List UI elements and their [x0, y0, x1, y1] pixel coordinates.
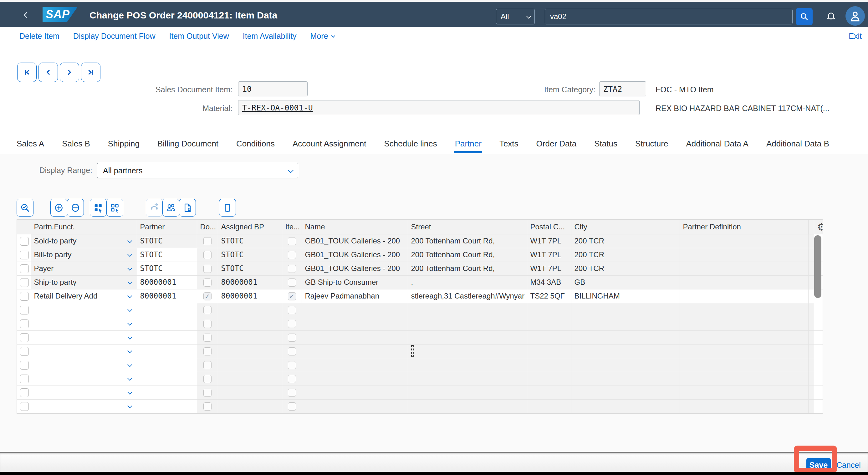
- document-address-checkbox[interactable]: [204, 375, 212, 383]
- document-address-checkbox[interactable]: [204, 237, 212, 245]
- column-header-postal[interactable]: Postal C...: [527, 220, 571, 234]
- tab-texts[interactable]: Texts: [499, 134, 519, 153]
- tab-billing-document[interactable]: Billing Document: [157, 134, 218, 153]
- document-address-checkbox[interactable]: [204, 306, 212, 314]
- action-link-item-availability[interactable]: Item Availability: [243, 32, 297, 41]
- column-header-street[interactable]: Street: [408, 220, 527, 234]
- document-address-checkbox[interactable]: [204, 251, 212, 259]
- previous-item-button[interactable]: [38, 63, 58, 82]
- partner-cell[interactable]: [137, 330, 197, 344]
- item-category-field[interactable]: ZTA2: [599, 82, 646, 96]
- table-settings-icon[interactable]: ⚙: [817, 221, 823, 232]
- item-address-checkbox[interactable]: [288, 334, 296, 342]
- more-menu-button[interactable]: More: [310, 32, 334, 41]
- action-link-item-output-view[interactable]: Item Output View: [169, 32, 229, 41]
- row-select-checkbox[interactable]: [20, 319, 29, 328]
- tab-order-data[interactable]: Order Data: [536, 134, 577, 153]
- deselect-all-button[interactable]: [106, 199, 123, 217]
- row-select-checkbox[interactable]: [20, 375, 29, 383]
- partner-function-cell[interactable]: [31, 399, 137, 413]
- column-header-name[interactable]: Name: [302, 220, 408, 234]
- chevron-down-icon[interactable]: [127, 252, 132, 257]
- item-address-checkbox[interactable]: [288, 320, 296, 328]
- partner-function-cell[interactable]: [31, 358, 137, 372]
- chevron-down-icon[interactable]: [127, 279, 132, 284]
- scrollbar-track-cell[interactable]: [814, 372, 823, 385]
- scrollbar-track-cell[interactable]: [814, 385, 823, 399]
- find-button[interactable]: [17, 199, 33, 217]
- tab-schedule-lines[interactable]: Schedule lines: [384, 134, 437, 153]
- row-select-checkbox[interactable]: [20, 292, 29, 301]
- notifications-button[interactable]: [824, 10, 838, 24]
- partner-display-button[interactable]: [162, 199, 179, 217]
- partner-function-cell[interactable]: [31, 344, 137, 358]
- shell-search-input[interactable]: [545, 9, 793, 24]
- item-address-checkbox[interactable]: [288, 237, 296, 245]
- tab-conditions[interactable]: Conditions: [236, 134, 275, 153]
- select-all-button[interactable]: [90, 199, 107, 217]
- chevron-down-icon[interactable]: [127, 376, 132, 381]
- tab-sales-a[interactable]: Sales A: [17, 134, 44, 153]
- scrollbar-track-cell[interactable]: [814, 317, 823, 330]
- item-address-checkbox[interactable]: [288, 306, 296, 314]
- tab-additional-data-a[interactable]: Additional Data A: [686, 134, 748, 153]
- document-address-checkbox[interactable]: [204, 361, 212, 369]
- column-header-funct[interactable]: Partn.Funct.: [31, 220, 137, 234]
- document-address-checkbox[interactable]: [204, 334, 212, 342]
- address-detail-button[interactable]: [179, 199, 196, 217]
- scrollbar-track-cell[interactable]: [814, 399, 823, 413]
- partner-cell[interactable]: [137, 317, 197, 330]
- partner-cell[interactable]: [137, 344, 197, 358]
- tab-sales-b[interactable]: Sales B: [62, 134, 90, 153]
- row-select-checkbox[interactable]: [20, 361, 29, 370]
- row-select-checkbox[interactable]: [20, 306, 29, 314]
- chevron-down-icon[interactable]: [127, 321, 132, 326]
- partner-cell[interactable]: [137, 358, 197, 372]
- vertical-scrollbar-thumb[interactable]: [814, 235, 822, 298]
- document-address-checkbox[interactable]: [204, 279, 212, 287]
- scrollbar-track-cell[interactable]: [814, 358, 823, 372]
- back-button[interactable]: [20, 9, 32, 21]
- partner-function-cell[interactable]: [31, 385, 137, 399]
- tab-partner[interactable]: Partner: [455, 134, 482, 153]
- search-button[interactable]: [796, 8, 813, 25]
- document-address-checkbox[interactable]: [204, 403, 212, 411]
- scrollbar-track-cell[interactable]: [814, 303, 823, 317]
- column-header-item[interactable]: Ite...: [282, 220, 302, 234]
- partner-cell[interactable]: [137, 385, 197, 399]
- first-item-button[interactable]: [17, 63, 37, 82]
- tab-additional-data-b[interactable]: Additional Data B: [766, 134, 829, 153]
- chevron-down-icon[interactable]: [127, 307, 132, 312]
- partner-function-cell[interactable]: Retail Delivery Add: [31, 289, 137, 303]
- display-range-select[interactable]: All partners: [97, 163, 298, 178]
- save-button[interactable]: Save: [806, 458, 831, 472]
- detail-view-button[interactable]: [219, 199, 236, 217]
- row-select-checkbox[interactable]: [20, 388, 29, 397]
- document-address-checkbox[interactable]: [204, 347, 212, 355]
- column-header-city[interactable]: City: [571, 220, 680, 234]
- document-address-checkbox[interactable]: [204, 265, 212, 273]
- partner-cell[interactable]: [137, 399, 197, 413]
- row-select-checkbox[interactable]: [20, 278, 29, 287]
- item-address-checkbox[interactable]: [288, 403, 296, 411]
- action-link-delete-item[interactable]: Delete Item: [20, 32, 59, 41]
- partner-function-cell[interactable]: Payer: [31, 262, 137, 275]
- chevron-down-icon[interactable]: [127, 389, 132, 394]
- search-scope-select[interactable]: All: [496, 9, 535, 24]
- row-select-checkbox[interactable]: [20, 251, 29, 259]
- chevron-down-icon[interactable]: [127, 362, 132, 367]
- exit-link[interactable]: Exit: [848, 27, 862, 45]
- column-header-doc[interactable]: Do...: [197, 220, 218, 234]
- row-select-checkbox[interactable]: [20, 347, 29, 356]
- next-item-button[interactable]: [60, 63, 79, 82]
- partner-function-cell[interactable]: [31, 372, 137, 385]
- scrollbar-track-cell[interactable]: [814, 330, 823, 344]
- column-header-partner[interactable]: Partner: [137, 220, 197, 234]
- chevron-down-icon[interactable]: [127, 293, 132, 298]
- tab-account-assignment[interactable]: Account Assignment: [292, 134, 366, 153]
- action-link-display-document-flow[interactable]: Display Document Flow: [73, 32, 156, 41]
- tab-status[interactable]: Status: [594, 134, 617, 153]
- row-select-checkbox[interactable]: [20, 402, 29, 411]
- cancel-link[interactable]: Cancel: [836, 458, 861, 472]
- partner-function-cell[interactable]: Ship-to party: [31, 275, 137, 289]
